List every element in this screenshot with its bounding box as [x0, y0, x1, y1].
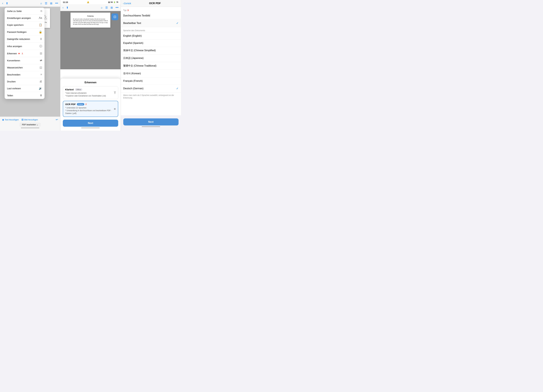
- menu-label-info: Infos anzeigen: [7, 45, 22, 48]
- goto-icon: ⎋: [40, 10, 42, 13]
- share-icon-2[interactable]: ⬆: [66, 6, 68, 9]
- next-button-3[interactable]: Next: [123, 118, 179, 126]
- menu-item-reduce[interactable]: Dateigröße reduzieren ⇕: [5, 36, 45, 43]
- add-text-button[interactable]: ▣ Text hinzufügen: [2, 119, 19, 121]
- reduce-icon: ⇕: [40, 37, 42, 41]
- grid-icon[interactable]: ⊞: [50, 2, 52, 5]
- lang-label-text: Sprache des Dokuments: [123, 29, 145, 32]
- typ-label-text: Typ: [123, 9, 126, 11]
- menu-label-crop: Beschneiden: [7, 73, 20, 76]
- modal-title: Erkennen: [63, 81, 118, 84]
- menu-label-watermark: Wasserzeichen: [7, 66, 23, 69]
- status-icons: |||| 5G 🔋 79: [108, 1, 118, 3]
- lang-english[interactable]: English (English): [121, 32, 181, 39]
- menu-label-copy: Kopie speichern: [7, 24, 24, 26]
- lang-german[interactable]: Deutsch (German) ✓: [121, 85, 181, 93]
- pdf-title-2: Zueignung.: [73, 15, 108, 17]
- lang-french[interactable]: Français (French): [121, 77, 181, 85]
- next-button-2[interactable]: Next: [63, 120, 118, 127]
- erkennen-num: 1: [22, 52, 23, 55]
- toolbar-1: ‹ ⬆ ⌕ ☰ ⊞ •••: [0, 0, 60, 7]
- panel-3-content: Typ 3 Durchsuchbares Textbild Bearbeitba…: [121, 7, 181, 115]
- type-option-editable[interactable]: Bearbeitbar Text ✓: [121, 19, 181, 27]
- panel-3-title: OCR PDF: [149, 2, 161, 5]
- home-indicator-3: [142, 126, 160, 127]
- chevron-down-icon: ⌄: [37, 123, 38, 126]
- menu-item-read[interactable]: Laut vorlesen 🔊: [5, 85, 45, 92]
- menu-item-convert[interactable]: Konvertieren ⇄: [5, 57, 45, 64]
- print-icon: 🖨: [40, 80, 42, 83]
- type-option-searchable[interactable]: Durchsuchbares Textbild: [121, 12, 181, 19]
- lang-label-chinese-simplified: 简体中文 (Chinese Simplified): [123, 49, 156, 52]
- ocr-icon: ⊡: [113, 15, 116, 19]
- menu-item-settings[interactable]: Einstellungen anzeigen Aa: [5, 15, 45, 22]
- menu-label-settings: Einstellungen anzeigen: [7, 17, 31, 19]
- ocr-option-icon: ≡: [114, 107, 116, 110]
- bottom-bar-1: ▣ Text hinzufügen 🖼 Bild hinzufügen ↩ PD…: [0, 116, 60, 131]
- menu-item-crop[interactable]: Beschneiden ⌗: [5, 71, 45, 78]
- doc-icon-2[interactable]: ☰: [105, 6, 108, 9]
- signal-icon: ||||: [108, 1, 110, 3]
- type-label-searchable: Durchsuchbares Textbild: [123, 14, 150, 17]
- menu-label-goto: Gehe zu Seite: [7, 10, 22, 12]
- menu-label-reduce: Dateigröße reduzieren: [7, 38, 30, 40]
- search-icon-2[interactable]: ⌕: [101, 6, 102, 9]
- lang-label-chinese-traditional: 繁體中文 (Chinese Traditional): [123, 64, 156, 67]
- klartext-line1: * Kein Internet erforderlich: [65, 92, 116, 94]
- back-label-3: Zurück: [124, 2, 131, 5]
- lang-label-korean: 한국어 (Korean): [123, 72, 141, 75]
- back-icon[interactable]: ‹: [2, 2, 3, 5]
- network-label: 5G: [111, 1, 113, 3]
- share-menu-icon: ⬆: [40, 94, 42, 97]
- ocr-line1: * Unterstützt 22 Sprachen: [65, 106, 116, 109]
- lang-spanish[interactable]: Español (Spanish): [121, 39, 181, 47]
- ocr-badge: Online: [77, 103, 84, 105]
- lang-chinese-traditional[interactable]: 繁體中文 (Chinese Traditional): [121, 62, 181, 70]
- menu-item-watermark[interactable]: Wasserzeichen ◫: [5, 64, 45, 71]
- toolbar-2: ‹ ⬆ ⌕ ☰ ⊞ •••: [60, 4, 120, 11]
- menu-item-copy[interactable]: Kopie speichern 📋: [5, 22, 45, 28]
- back-icon-2[interactable]: ‹: [62, 6, 63, 9]
- more-icon[interactable]: •••: [55, 2, 58, 5]
- pdf-inner-page: Zueignung. Ihr naht euch wieder, schwank…: [70, 13, 110, 28]
- lang-japanese[interactable]: 日本語 (Japanese): [121, 55, 181, 62]
- dropdown-menu: Gehe zu Seite ⎋ Einstellungen anzeigen A…: [5, 8, 45, 99]
- edit-pdf-label: PDF bearbeiten: [22, 123, 36, 126]
- menu-label-read: Laut vorlesen: [7, 87, 21, 90]
- back-chevron-icon: ‹: [123, 2, 124, 5]
- ocr-step-num: 2: [85, 103, 87, 105]
- grid-icon-2[interactable]: ⊞: [111, 6, 113, 9]
- add-image-label: Bild hinzufügen: [24, 119, 38, 121]
- ocr-floating-button[interactable]: ⊡: [112, 13, 118, 20]
- menu-label-convert: Konvertieren: [7, 59, 20, 62]
- share-icon[interactable]: ⬆: [6, 2, 8, 5]
- bell-icon: 🔔: [87, 1, 89, 3]
- undo-button[interactable]: ↩: [56, 118, 58, 121]
- edit-pdf-button[interactable]: PDF bearbeiten ⌄: [19, 122, 41, 127]
- menu-item-print[interactable]: Drucken 🖨: [5, 78, 45, 85]
- klartext-option[interactable]: Klartext Offline * Kein Internet erforde…: [63, 86, 118, 99]
- lang-korean[interactable]: 한국어 (Korean): [121, 70, 181, 77]
- doc-icon[interactable]: ☰: [45, 2, 47, 5]
- menu-item-goto[interactable]: Gehe zu Seite ⎋: [5, 8, 45, 15]
- home-indicator-1: [21, 128, 39, 128]
- ocr-option[interactable]: OCR PDF Online 2 * Unterstützt 22 Sprach…: [63, 101, 118, 117]
- klartext-title: Klartext: [65, 88, 74, 91]
- panel-1: ‹ ⬆ ⌕ ☰ ⊞ ••• Zueignung. Ihr naht euch w…: [0, 0, 60, 131]
- menu-item-password[interactable]: Passwort festlegen 🔒: [5, 28, 45, 36]
- add-image-button[interactable]: 🖼 Bild hinzufügen: [22, 119, 38, 121]
- ocr-option-title: OCR PDF: [65, 103, 76, 105]
- more-icon-2[interactable]: •••: [116, 6, 119, 9]
- menu-item-info[interactable]: Infos anzeigen ⓘ: [5, 43, 45, 50]
- pdf-viewer-area: Zueignung. Ihr naht euch wieder, schwank…: [60, 11, 120, 69]
- typ-step-num: 3: [127, 9, 129, 11]
- search-icon[interactable]: ⌕: [40, 2, 42, 5]
- image-icon: 🖼: [22, 119, 23, 121]
- menu-item-erkennen[interactable]: Erkennen 1 ⊡: [5, 50, 45, 57]
- erkennen-modal: Erkennen Klartext Offline * Kein Interne…: [60, 78, 120, 131]
- lang-section-label: Sprache des Dokuments: [121, 27, 181, 32]
- back-button-3[interactable]: ‹ Zurück: [123, 2, 131, 5]
- menu-item-share[interactable]: Teilen ⬆: [5, 92, 45, 99]
- checkmark-german: ✓: [176, 87, 179, 90]
- lang-chinese-simplified[interactable]: 简体中文 (Chinese Simplified): [121, 47, 181, 55]
